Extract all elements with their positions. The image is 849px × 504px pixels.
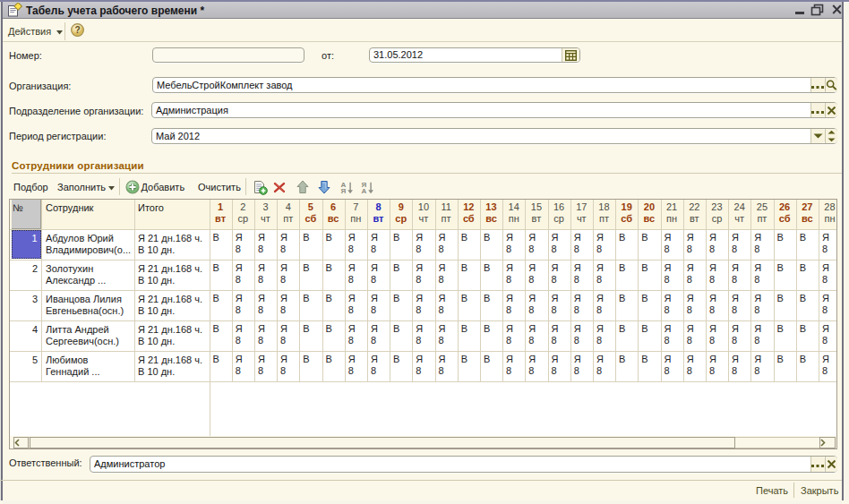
svg-text:А: А: [361, 187, 366, 195]
svg-text:?: ?: [74, 25, 80, 35]
svg-text:Я: Я: [341, 187, 347, 195]
